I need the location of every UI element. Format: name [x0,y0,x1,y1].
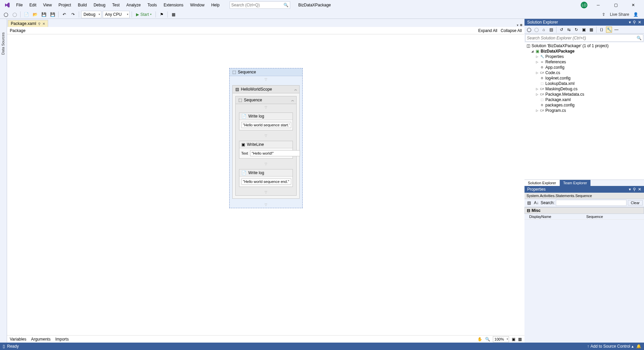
fit-screen-icon[interactable]: ▣ [512,337,515,342]
properties-title[interactable]: Properties ▾ ⚲ ✕ [524,186,644,193]
expander-icon[interactable]: ▷ [535,55,539,58]
expander-icon[interactable]: ◢ [531,50,534,53]
menu-extensions[interactable]: Extensions [160,1,187,9]
activity-write-log-2[interactable]: 📄 Write log [239,169,293,187]
collapse-all-button[interactable]: Collapse All [501,28,522,33]
tab-overflow-icon[interactable]: ✱ [520,23,522,27]
tab-solution-explorer[interactable]: Solution Explorer [524,180,560,186]
sequence-outer[interactable]: ⬚ Sequence ▽ ▤ HelloWorldScope ︽ ⬚ Seque… [229,68,303,208]
solution-search-input[interactable] [527,36,637,40]
close-icon[interactable]: ✕ [42,22,45,26]
search-icon[interactable]: 🔍 [283,3,289,7]
tree-item[interactable]: ▷ C# Package.Metadata.cs [524,92,644,97]
sort-icon[interactable]: A↓ [533,200,539,206]
tree-item[interactable]: ▷ C# MaskingDebug.cs [524,86,644,92]
solution-explorer-search[interactable]: 🔍 [525,34,643,42]
show-all-icon[interactable]: ▦ [588,27,594,33]
tree-item[interactable]: ⬚ Package.xaml [524,97,644,102]
tree-item[interactable]: ▷ ▪▪ References [524,59,644,65]
expander-icon[interactable]: ▷ [535,109,539,112]
activity-header[interactable]: 📄 Write log [239,113,293,120]
panel-pin-icon[interactable]: ⚲ [633,187,636,192]
tab-team-explorer[interactable]: Team Explorer [560,180,590,186]
panel-dropdown-icon[interactable]: ▾ [629,187,631,192]
drop-arrow-icon[interactable]: ▽ [230,201,302,208]
sequence-outer-header[interactable]: ⬚ Sequence [230,68,302,76]
expander-icon[interactable]: ▷ [535,93,539,96]
tree-item[interactable]: ⚙ packages.config [524,102,644,108]
clear-button[interactable]: Clear [628,200,643,205]
live-share-icon[interactable]: ⇪ [600,11,607,18]
panel-close-icon[interactable]: ✕ [638,20,641,25]
undo-icon[interactable]: ↶ [61,11,68,18]
activity-header[interactable]: ▣ WriteLine [239,141,293,148]
pan-icon[interactable]: ✋ [477,337,482,342]
feedback-icon[interactable]: 👤 [632,11,639,18]
properties-search-input[interactable] [556,200,626,206]
menu-project[interactable]: Project [55,1,74,9]
user-avatar[interactable]: LO [581,2,587,8]
sequence-inner-header[interactable]: ⬚ Sequence ︽ [236,96,296,104]
tree-item[interactable]: ▷ C# Program.cs [524,108,644,113]
source-control-button[interactable]: ↑ Add to Source Control ▴ [587,344,634,349]
activity-expression-input[interactable] [241,122,291,128]
nav-fwd-icon[interactable]: ◯ [11,11,18,18]
configuration-combo[interactable]: Debug [81,11,101,18]
refresh-icon[interactable]: ↻ [573,27,579,33]
collapse-icon[interactable]: ▣ [581,27,587,33]
step-icon[interactable]: ⚑ [158,11,165,18]
pin-icon[interactable]: ⚲ [38,22,40,26]
solution-explorer-title[interactable]: Solution Explorer ▾ ⚲ ✕ [524,19,644,26]
code-icon[interactable]: ⟨⟩ [599,27,605,33]
workflow-designer-canvas[interactable]: ⬚ Sequence ▽ ▤ HelloWorldScope ︽ ⬚ Seque… [7,34,524,335]
switch-view-icon[interactable]: ▤ [548,27,554,33]
expand-all-button[interactable]: Expand All [478,28,498,33]
drop-arrow-icon[interactable]: ▽ [236,132,296,139]
menu-view[interactable]: View [40,1,55,9]
tree-item[interactable]: ▷ C# Code.cs [524,70,644,75]
zoom-combo[interactable]: 100% [493,336,509,342]
drop-arrow-icon[interactable]: ▽ [230,76,302,83]
expander-icon[interactable]: ▷ [535,60,539,64]
menu-tools[interactable]: Tools [144,1,160,9]
window-minimize-button[interactable]: ─ [591,0,605,10]
breadcrumb-root[interactable]: Package [10,28,26,33]
tree-item[interactable]: ⚙ log4net.config [524,75,644,81]
pending-icon[interactable]: ↺ [558,27,565,33]
window-maximize-button[interactable]: ▢ [609,0,622,10]
collapse-chevron-icon[interactable]: ︽ [294,87,297,92]
preview-icon[interactable]: — [613,27,619,33]
window-close-button[interactable]: ✕ [626,0,640,10]
global-search[interactable]: 🔍 [230,1,290,9]
search-icon[interactable]: 🔍 [637,36,642,40]
tree-project-node[interactable]: ◢ ▣ BizDataXPackage [524,49,644,54]
expander-icon[interactable]: ▷ [535,87,539,91]
collapse-chevron-icon[interactable]: ︽ [291,98,294,102]
panel-dropdown-icon[interactable]: ▾ [629,20,631,25]
home-icon[interactable]: ⌂ [541,27,547,33]
property-category[interactable]: ⊟ Misc [524,207,644,214]
data-sources-tab[interactable]: Data Sources [1,32,5,55]
back-icon[interactable]: ◯ [526,27,532,33]
menu-build[interactable]: Build [74,1,90,9]
collapse-icon[interactable]: ⊟ [527,208,530,213]
solution-tree[interactable]: ◫ Solution 'BizDataXPackage' (1 of 1 pro… [524,42,644,180]
document-tab-package-xaml[interactable]: Package.xaml ⚲ ✕ [8,20,48,27]
menu-file[interactable]: File [13,1,26,9]
scope-activity[interactable]: ▤ HelloWorldScope ︽ ⬚ Sequence ︽ ▽ [232,85,300,199]
property-value[interactable]: Sequence [584,214,644,219]
new-project-icon[interactable]: 📄 [23,11,30,18]
drop-arrow-icon[interactable]: ▽ [236,189,296,195]
drop-arrow-icon[interactable]: ▽ [236,161,296,167]
save-all-icon[interactable]: 💾 [49,11,56,18]
menu-window[interactable]: Window [187,1,208,9]
arguments-tab[interactable]: Arguments [31,337,50,342]
menu-help[interactable]: Help [208,1,223,9]
tree-item[interactable]: ▷ 🔧 Properties [524,54,644,59]
activity-write-log-1[interactable]: 📄 Write log [239,113,293,130]
zoom-icon[interactable]: 🔍 [485,337,490,342]
menu-analyze[interactable]: Analyze [123,1,144,9]
sequence-inner[interactable]: ⬚ Sequence ︽ ▽ 📄 Write log [235,96,297,196]
activity-header[interactable]: 📄 Write log [239,169,293,177]
sync-icon[interactable]: ⇆ [566,27,572,33]
